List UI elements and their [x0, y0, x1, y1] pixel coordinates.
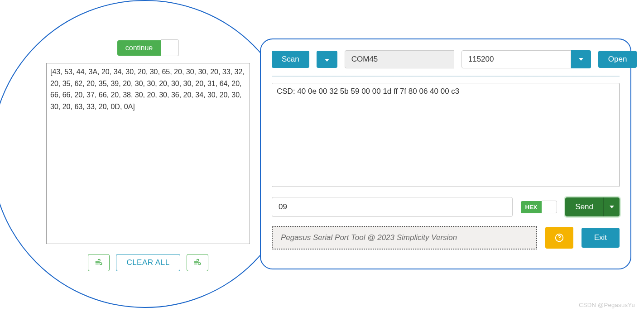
chevron-down-icon — [610, 206, 614, 208]
left-wind-button[interactable] — [88, 254, 110, 271]
right-wind-button[interactable] — [187, 254, 208, 271]
serial-monitor-output: CSD: 40 0e 00 32 5b 59 00 00 1d ff 7f 80… — [272, 83, 620, 187]
help-button[interactable] — [545, 227, 573, 249]
continue-button[interactable]: continue — [117, 40, 161, 56]
chevron-down-icon — [579, 58, 583, 61]
continue-toggle-blank[interactable] — [161, 39, 179, 56]
hex-array-output: [43, 53, 44, 3A, 20, 34, 30, 20, 30, 65,… — [46, 63, 250, 244]
scan-button[interactable]: Scan — [272, 51, 309, 68]
hex-toggle[interactable]: HEX — [521, 201, 557, 213]
left-panel-circle: continue [43, 53, 44, 3A, 20, 34, 30, 20… — [0, 0, 299, 308]
toolbar-divider — [272, 76, 620, 77]
clear-all-button[interactable]: CLEAR ALL — [116, 254, 180, 271]
com-port-field[interactable] — [345, 50, 454, 68]
hex-toggle-label: HEX — [521, 201, 542, 213]
question-circle-icon — [554, 233, 564, 243]
hex-toggle-blank — [542, 201, 557, 213]
chevron-down-icon — [325, 59, 329, 62]
send-input[interactable] — [272, 197, 513, 217]
send-dropdown[interactable] — [603, 197, 620, 216]
serial-tool-panel: Scan Open Close CSD: 40 0e 00 32 5b 59 0… — [260, 38, 631, 269]
send-button[interactable]: Send — [565, 197, 603, 216]
baud-rate-field[interactable] — [461, 50, 571, 68]
baud-rate-combo — [461, 50, 591, 68]
scan-dropdown-button[interactable] — [317, 51, 337, 68]
serial-toolbar: Scan Open Close — [272, 50, 620, 68]
wind-icon — [95, 259, 103, 267]
open-button[interactable]: Open — [598, 51, 637, 68]
exit-button[interactable]: Exit — [582, 228, 620, 248]
wind-icon — [193, 259, 202, 267]
baud-rate-dropdown[interactable] — [571, 50, 591, 68]
watermark-text: CSDN @PegasusYu — [579, 302, 635, 308]
com-port-display — [345, 50, 454, 68]
continue-toggle-group: continue — [117, 39, 179, 56]
status-bar: Pegasus Serial Port Tool @ 2023 Simplici… — [272, 226, 537, 250]
svg-point-1 — [559, 240, 559, 240]
